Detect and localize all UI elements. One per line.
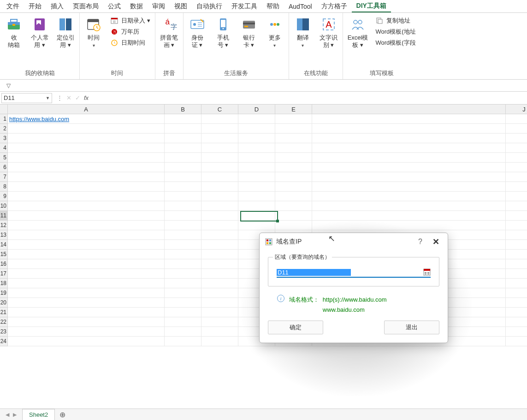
cell[interactable] (312, 221, 506, 230)
cell[interactable] (275, 201, 312, 211)
cell[interactable] (201, 134, 238, 143)
cell[interactable] (165, 269, 201, 279)
menu-文件[interactable]: 文件 (2, 0, 24, 12)
cell[interactable] (8, 221, 165, 230)
formula-options-icon[interactable]: ⋮ (57, 94, 63, 101)
cell[interactable] (165, 337, 201, 346)
cell[interactable] (506, 288, 527, 298)
cell[interactable] (201, 182, 238, 192)
add-sheet-button[interactable]: ⊕ (59, 410, 65, 419)
cell[interactable] (165, 230, 201, 240)
cell[interactable] (506, 163, 527, 172)
cell[interactable] (238, 172, 275, 182)
cell[interactable] (8, 211, 165, 221)
cell[interactable] (275, 221, 312, 230)
cell[interactable] (312, 153, 506, 163)
cell[interactable] (201, 143, 238, 153)
cell[interactable] (201, 269, 238, 279)
cell[interactable] (506, 182, 527, 192)
cell[interactable] (201, 211, 238, 221)
cell[interactable] (165, 308, 201, 317)
cell[interactable] (8, 192, 165, 201)
cell[interactable] (201, 192, 238, 201)
cell[interactable] (506, 153, 527, 163)
excel-tpl-btn[interactable]: Excel模板 ▾ (346, 15, 370, 49)
row-header-13[interactable]: 13 (0, 230, 8, 240)
cell[interactable] (312, 143, 506, 153)
row-header-1[interactable]: 1 (0, 114, 8, 124)
row-header-15[interactable]: 15 (0, 250, 8, 259)
col-header-A[interactable]: A (8, 105, 165, 114)
cell[interactable] (275, 211, 312, 221)
more-btn[interactable]: 更多▾ (264, 15, 286, 49)
cell[interactable] (506, 192, 527, 201)
cell[interactable] (506, 337, 527, 346)
row-header-5[interactable]: 5 (0, 153, 8, 163)
cell[interactable] (165, 288, 201, 298)
row-header-12[interactable]: 12 (0, 221, 8, 230)
cell[interactable] (201, 114, 238, 124)
row-header-11[interactable]: 11 (0, 211, 8, 221)
cell[interactable] (275, 143, 312, 153)
cell[interactable] (8, 317, 165, 327)
pinyin-btn[interactable]: á字 拼音笔画 ▾ (158, 15, 180, 49)
row-header-18[interactable]: 18 (0, 279, 8, 288)
cell[interactable] (201, 317, 238, 327)
menu-公式[interactable]: 公式 (103, 0, 125, 12)
cell[interactable] (506, 308, 527, 317)
cell[interactable] (8, 259, 165, 269)
ocr-btn[interactable]: A文字识别 ▾ (318, 15, 340, 49)
cell[interactable] (506, 134, 527, 143)
menu-插入[interactable]: 插入 (46, 0, 68, 12)
cell[interactable] (506, 240, 527, 250)
cell[interactable] (506, 124, 527, 134)
menu-数据[interactable]: 数据 (125, 0, 148, 12)
col-header-D[interactable]: D (238, 105, 275, 114)
row-header-6[interactable]: 6 (0, 163, 8, 172)
cell[interactable] (312, 163, 506, 172)
row-header-14[interactable]: 14 (0, 240, 8, 250)
menu-自动执行[interactable]: 自动执行 (192, 0, 227, 12)
menu-开始[interactable]: 开始 (24, 0, 46, 12)
cell[interactable] (275, 134, 312, 143)
cell[interactable] (506, 201, 527, 211)
cell[interactable] (8, 153, 165, 163)
datetime-item[interactable]: 日期时间 (108, 38, 152, 48)
cell[interactable] (201, 259, 238, 269)
cancel-button[interactable]: 退出 (384, 321, 439, 334)
cell[interactable] (275, 114, 312, 124)
row-header-2[interactable]: 2 (0, 124, 8, 134)
cell[interactable] (201, 327, 238, 337)
row-header-16[interactable]: 16 (0, 259, 8, 269)
cell[interactable] (165, 250, 201, 259)
cell[interactable] (8, 298, 165, 308)
cell[interactable] (238, 221, 275, 230)
cell[interactable] (506, 250, 527, 259)
menu-DIY工具箱[interactable]: DIY工具箱 (352, 0, 391, 12)
confirm-icon[interactable]: ✓ (75, 94, 80, 101)
cell[interactable] (312, 182, 506, 192)
row-header-22[interactable]: 22 (0, 317, 8, 327)
cell[interactable] (165, 298, 201, 308)
select-all-corner[interactable] (0, 105, 8, 114)
cell[interactable] (201, 337, 238, 346)
cell[interactable] (312, 134, 506, 143)
cell[interactable] (8, 230, 165, 240)
cell[interactable]: https://www.baidu.com (8, 114, 165, 124)
cell[interactable] (201, 124, 238, 134)
cell[interactable] (165, 143, 201, 153)
calendar-item[interactable]: 万万年历 (108, 27, 152, 37)
date-input-item[interactable]: 日日期录入 ▾ (108, 16, 152, 26)
row-header-4[interactable]: 4 (0, 143, 8, 153)
cell[interactable] (201, 153, 238, 163)
row-header-7[interactable]: 7 (0, 172, 8, 182)
cell[interactable] (506, 279, 527, 288)
cell[interactable] (238, 124, 275, 134)
cell[interactable] (201, 240, 238, 250)
row-header-17[interactable]: 17 (0, 269, 8, 279)
cell[interactable] (506, 259, 527, 269)
cell[interactable] (238, 163, 275, 172)
cell[interactable] (275, 124, 312, 134)
row-header-20[interactable]: 20 (0, 298, 8, 308)
cell[interactable] (201, 172, 238, 182)
